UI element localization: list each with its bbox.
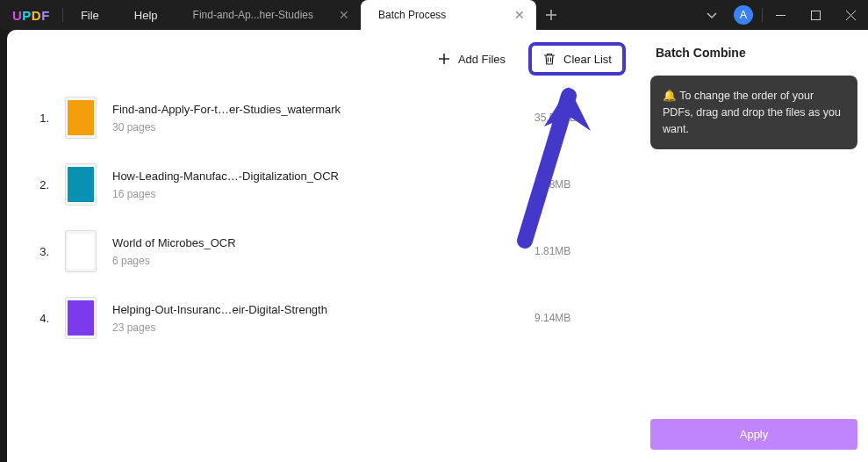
apply-button[interactable]: Apply (650, 419, 857, 450)
logo-u: U (12, 8, 22, 23)
menu-help[interactable]: Help (117, 9, 176, 22)
row-number: 1. (35, 112, 49, 125)
file-info: How-Leading-Manufac…-Digitalization_OCR … (112, 170, 519, 200)
add-files-button[interactable]: Add Files (427, 46, 516, 72)
file-info: World of Microbes_OCR 6 pages (112, 236, 519, 267)
thumb-preview (68, 100, 94, 135)
clear-list-label: Clear List (563, 53, 612, 66)
window-close[interactable] (833, 0, 868, 30)
close-icon (846, 11, 856, 20)
file-row[interactable]: 1. Find-and-Apply-For-t…er-Studies_water… (7, 84, 640, 151)
toolbar: Add Files Clear List (7, 42, 640, 84)
file-pages: 30 pages (112, 121, 519, 134)
file-pages: 6 pages (112, 255, 519, 267)
file-thumbnail (65, 297, 97, 339)
main-area: Add Files Clear List 1. Find-and-Apply-F… (0, 30, 868, 462)
logo-p: P (22, 8, 32, 23)
row-number: 2. (35, 178, 49, 191)
logo-f: F (41, 8, 50, 23)
logo-d: D (32, 8, 41, 23)
file-info: Helping-Out-Insuranc…eir-Digital-Strengt… (112, 303, 519, 334)
thumb-preview (68, 234, 94, 269)
tab-label: Batch Process (378, 9, 446, 21)
thumb-preview (68, 167, 94, 202)
plus-icon (437, 52, 451, 66)
file-thumbnail (65, 163, 97, 206)
file-row[interactable]: 3. World of Microbes_OCR 6 pages 1.81MB (7, 218, 640, 285)
sidebar-title: Batch Combine (650, 42, 857, 76)
file-list: 1. Find-and-Apply-For-t…er-Studies_water… (7, 84, 640, 462)
tab-batch-process[interactable]: Batch Process ✕ (361, 0, 536, 30)
file-name: World of Microbes_OCR (112, 236, 519, 249)
add-files-label: Add Files (458, 53, 506, 66)
menu-file[interactable]: File (63, 9, 117, 22)
file-info: Find-and-Apply-For-t…er-Studies_watermar… (112, 103, 519, 134)
title-bar: UPDF File Help Find-and-Ap...her-Studies… (0, 0, 868, 30)
minimize-icon (776, 11, 786, 20)
close-icon[interactable]: ✕ (336, 5, 352, 25)
spacer (650, 149, 857, 419)
file-thumbnail (65, 230, 97, 272)
thumb-preview (68, 300, 94, 336)
close-icon[interactable]: ✕ (512, 5, 527, 25)
file-thumbnail (65, 97, 97, 139)
chevron-down-icon (707, 12, 717, 19)
user-avatar[interactable]: A (734, 5, 753, 25)
tip-box: 🔔 To change the order of your PDFs, drag… (650, 76, 857, 149)
window-maximize[interactable] (798, 0, 833, 30)
file-row[interactable]: 2. How-Leading-Manufac…-Digitalization_O… (7, 151, 640, 218)
tabs-dropdown[interactable] (699, 9, 725, 22)
app-logo: UPDF (0, 8, 62, 23)
plus-icon (545, 9, 557, 21)
file-pages: 16 pages (112, 188, 519, 200)
maximize-icon (811, 11, 821, 20)
tab-document[interactable]: Find-and-Ap...her-Studies ✕ (176, 0, 361, 30)
tab-label: Find-and-Ap...her-Studies (193, 9, 313, 21)
file-row[interactable]: 4. Helping-Out-Insuranc…eir-Digital-Stre… (7, 285, 640, 351)
content-panel: Add Files Clear List 1. Find-and-Apply-F… (7, 30, 640, 462)
file-size: 1.81MB (534, 245, 605, 257)
right-sidebar: Batch Combine 🔔 To change the order of y… (640, 30, 868, 462)
row-number: 3. (35, 245, 49, 258)
file-name: How-Leading-Manufac…-Digitalization_OCR (112, 170, 519, 183)
file-size: 9.14MB (534, 312, 605, 324)
window-minimize[interactable] (763, 0, 798, 30)
row-number: 4. (35, 312, 49, 325)
file-pages: 23 pages (112, 321, 519, 334)
trash-icon (542, 52, 556, 66)
file-name: Find-and-Apply-For-t…er-Studies_watermar… (112, 103, 519, 116)
file-size: 35.50MB (534, 112, 605, 124)
svg-rect-0 (811, 11, 820, 19)
file-size: 1.18MB (534, 178, 605, 191)
new-tab-button[interactable] (536, 0, 566, 30)
clear-list-button[interactable]: Clear List (528, 42, 626, 76)
file-name: Helping-Out-Insuranc…eir-Digital-Strengt… (112, 303, 519, 316)
